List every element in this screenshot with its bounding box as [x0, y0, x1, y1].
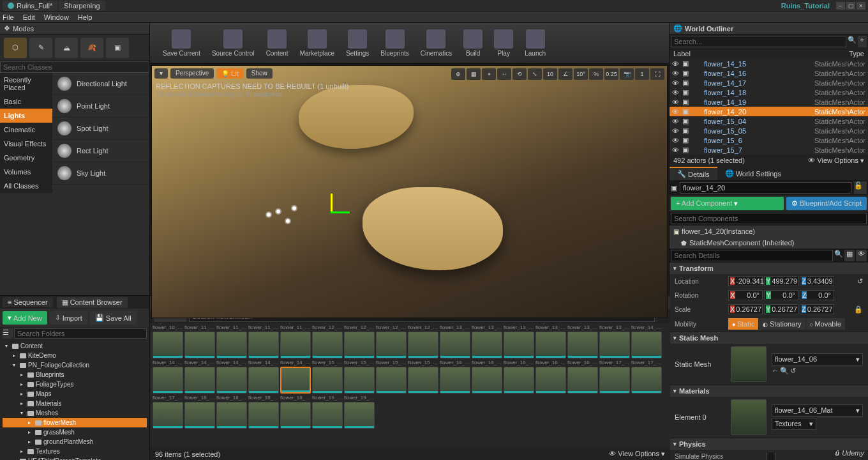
vp-rotate-icon[interactable]: ⟲ — [513, 68, 527, 80]
light-item-directional-light[interactable]: Directional Light — [52, 73, 149, 95]
vp-camspeed-icon[interactable]: 📷 — [620, 68, 634, 80]
asset-thumbnail[interactable] — [153, 402, 183, 429]
asset-item[interactable]: flower_19_01 — [312, 395, 343, 429]
asset-item[interactable]: flower_11_04 — [280, 325, 311, 358]
search-classes-input[interactable]: Search Classes — [0, 61, 149, 73]
light-item-point-light[interactable]: Point Light — [52, 95, 149, 118]
lock-scale-icon[interactable]: 🔒 — [854, 305, 863, 314]
vp-perspective-button[interactable]: Perspective — [170, 68, 214, 79]
landscape-mode-button[interactable]: ⛰ — [55, 38, 78, 58]
window-tab-ruins[interactable]: Ruins_Full* — [3, 1, 57, 11]
asset-item[interactable]: flower_13_01 — [440, 325, 470, 358]
asset-thumbnail[interactable] — [248, 402, 279, 429]
simulate-physics-checkbox[interactable] — [767, 452, 775, 460]
asset-thumbnail[interactable] — [344, 332, 375, 358]
asset-item[interactable]: flower_15_02 — [344, 360, 375, 394]
browse-icon[interactable]: 🔍 — [780, 367, 789, 375]
toolbar-save-current[interactable]: Save Current — [163, 29, 200, 57]
asset-item[interactable]: flower_17_01 — [599, 360, 630, 394]
vp-scalesnap-icon[interactable]: % — [589, 68, 603, 80]
asset-thumbnail[interactable] — [248, 332, 279, 358]
asset-item[interactable]: flower_15_01 — [312, 360, 343, 394]
visibility-icon[interactable]: 👁 — [672, 79, 680, 87]
menu-help[interactable]: Help — [78, 13, 93, 21]
outliner-row[interactable]: 👁▣flower_14_17StaticMeshActor — [670, 78, 868, 88]
asset-item[interactable]: flower_16_02 — [472, 360, 502, 394]
light-item-sky-light[interactable]: Sky Light — [52, 162, 149, 185]
visibility-icon[interactable]: 👁 — [672, 89, 680, 96]
outliner-row[interactable]: 👁▣flower_14_18StaticMeshActor — [670, 88, 868, 97]
import-button[interactable]: ⇩ Import — [50, 311, 87, 325]
asset-thumbnail[interactable] — [312, 402, 343, 429]
category-cinematic[interactable]: Cinematic — [0, 123, 52, 137]
vp-show-button[interactable]: Show — [246, 68, 273, 79]
asset-item[interactable]: flower_13_06 — [567, 325, 598, 358]
asset-thumbnail[interactable] — [280, 402, 311, 429]
visibility-icon[interactable]: 👁 — [672, 146, 680, 154]
outliner-view-options[interactable]: 👁 View Options ▾ — [808, 157, 864, 165]
asset-thumbnail[interactable] — [184, 402, 215, 429]
vp-realtime-icon[interactable]: ⊕ — [451, 68, 465, 80]
toolbar-settings[interactable]: Settings — [346, 29, 369, 57]
asset-item[interactable]: flower_19_02 — [344, 395, 375, 429]
place-mode-button[interactable]: ⬡ — [4, 38, 27, 58]
asset-item[interactable]: flower_17_02 — [631, 360, 662, 394]
sequencer-tab[interactable]: ≡ Sequencer — [3, 297, 53, 307]
section-static-mesh[interactable]: Static Mesh — [670, 332, 868, 344]
folder-textures[interactable]: Textures — [3, 447, 147, 456]
asset-thumbnail[interactable] — [567, 367, 598, 394]
details-search-input[interactable] — [671, 250, 833, 261]
outliner-row[interactable]: 👁▣flower_14_15StaticMeshActor — [670, 59, 868, 68]
content-browser-tab[interactable]: ▦ Content Browser — [57, 297, 128, 308]
asset-thumbnail[interactable] — [631, 332, 662, 358]
asset-item[interactable]: flower_18_01 — [184, 395, 215, 429]
outliner-row[interactable]: 👁▣flower_15_04StaticMeshActor — [670, 116, 868, 126]
folder-pn_foliagecollection[interactable]: PN_FoliageCollection — [3, 360, 147, 370]
scale-y[interactable]: Y0.26727 — [764, 304, 798, 314]
mobility-static[interactable]: ● Static — [728, 318, 758, 330]
outliner-row[interactable]: 👁▣flower_15_6StaticMeshActor — [670, 135, 868, 145]
folder-flowermesh[interactable]: flowerMesh — [3, 418, 147, 427]
visibility-icon[interactable]: 👁 — [672, 137, 680, 144]
asset-thumbnail[interactable] — [153, 367, 183, 394]
asset-item[interactable]: flower_16_04 — [535, 360, 566, 394]
asset-item[interactable]: flower_11_01 — [184, 325, 215, 358]
asset-thumbnail[interactable] — [440, 367, 470, 394]
asset-thumbnail[interactable] — [312, 367, 343, 394]
add-component-button[interactable]: + Add Component ▾ — [671, 197, 784, 210]
toolbar-build[interactable]: Build — [463, 29, 483, 57]
add-new-button[interactable]: ▾ Add New — [3, 311, 47, 325]
asset-item[interactable]: flower_14_01 — [631, 325, 662, 358]
save-all-button[interactable]: 💾 Save All — [90, 311, 137, 325]
visibility-icon[interactable]: 👁 — [672, 118, 680, 125]
toolbar-marketplace[interactable]: Marketplace — [300, 29, 334, 57]
asset-item[interactable]: flower_12_01 — [312, 325, 343, 358]
asset-thumbnail[interactable] — [248, 367, 279, 394]
toolbar-blueprints[interactable]: Blueprints — [380, 29, 408, 57]
rotation-x[interactable]: X0.0° — [728, 290, 763, 300]
category-visual-effects[interactable]: Visual Effects — [0, 137, 52, 151]
asset-item[interactable]: flower_15_04 — [408, 360, 438, 394]
folder-foliagetypes[interactable]: FoliageTypes — [3, 379, 147, 389]
mobility-stationary[interactable]: ◐ Stationary — [759, 318, 805, 330]
asset-item[interactable]: flower_12_02 — [344, 325, 375, 358]
asset-thumbnail[interactable] — [280, 367, 311, 394]
folder-blueprints[interactable]: Blueprints — [3, 370, 147, 379]
folder-content[interactable]: Content — [3, 341, 147, 351]
asset-thumbnail[interactable] — [216, 332, 247, 358]
outliner-row[interactable]: 👁▣flower_15_7StaticMeshActor — [670, 145, 868, 155]
asset-thumbnail[interactable] — [631, 367, 662, 394]
col-label[interactable]: Label — [673, 50, 800, 57]
asset-thumbnail[interactable] — [184, 367, 215, 394]
use-selected-icon[interactable]: ← — [772, 367, 779, 375]
asset-item[interactable]: flower_14_06 — [280, 360, 311, 394]
vp-menu-button[interactable]: ▾ — [154, 68, 168, 79]
vp-scale-icon[interactable]: ⤡ — [528, 68, 542, 80]
vp-lit-button[interactable]: 💡 Lit — [216, 68, 243, 79]
close-button[interactable]: × — [857, 2, 865, 10]
component-smc[interactable]: ⬟ StaticMeshComponent (Inherited) — [670, 237, 868, 249]
toolbar-content[interactable]: Content — [266, 29, 288, 57]
category-basic[interactable]: Basic — [0, 95, 52, 109]
asset-item[interactable]: flower_14_02 — [153, 360, 183, 394]
component-search-input[interactable] — [671, 213, 867, 224]
